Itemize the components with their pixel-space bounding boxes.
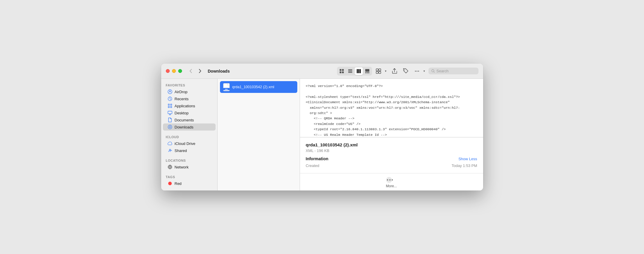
sidebar-item-shared[interactable]: Shared xyxy=(163,147,216,154)
traffic-lights xyxy=(166,69,182,73)
sidebar-item-icloud-drive[interactable]: iCloud Drive xyxy=(163,140,216,147)
svg-point-33 xyxy=(387,179,388,181)
file-item-qrda1[interactable]: XML qrda1_100103542 (2).xml xyxy=(220,81,297,93)
svg-point-18 xyxy=(404,70,405,70)
svg-point-34 xyxy=(389,179,391,181)
search-input[interactable] xyxy=(436,69,476,73)
nav-buttons xyxy=(187,67,204,75)
sidebar-item-downloads[interactable]: Downloads xyxy=(163,123,216,131)
svg-rect-25 xyxy=(168,111,172,114)
svg-rect-14 xyxy=(376,69,378,71)
created-value: Today 1:53 PM xyxy=(452,163,477,168)
red-tag-icon xyxy=(168,181,172,186)
more-icon[interactable] xyxy=(386,177,397,183)
main-content: Favorites AirDrop xyxy=(161,79,483,190)
icloud-drive-icon xyxy=(168,141,172,146)
customize-toolbar-group: ▾ xyxy=(374,66,388,76)
sidebar-item-red-tag[interactable]: Red xyxy=(163,180,216,187)
list-view-button[interactable] xyxy=(346,67,354,75)
sidebar-item-network[interactable]: Network xyxy=(163,163,216,171)
svg-text:XML: XML xyxy=(225,88,228,90)
shared-label: Shared xyxy=(175,148,187,153)
created-label: Created xyxy=(306,163,319,168)
icloud-header: iCloud xyxy=(161,133,217,140)
network-label: Network xyxy=(175,165,189,169)
more-toolbar-group: ▾ xyxy=(412,66,427,76)
svg-point-23 xyxy=(168,90,172,94)
svg-rect-10 xyxy=(365,69,369,72)
recents-icon xyxy=(168,96,172,101)
svg-point-28 xyxy=(168,182,172,185)
sidebar-item-desktop[interactable]: Desktop xyxy=(163,109,216,116)
window-title: Downloads xyxy=(208,69,230,73)
red-tag-label: Red xyxy=(175,181,182,186)
close-button[interactable] xyxy=(166,69,170,73)
downloads-icon xyxy=(168,125,172,129)
more-toolbar-button[interactable] xyxy=(412,66,422,76)
minimize-button[interactable] xyxy=(172,69,176,73)
applications-icon xyxy=(168,103,172,108)
sidebar-item-applications[interactable]: Applications xyxy=(163,102,216,109)
airdrop-label: AirDrop xyxy=(175,90,188,94)
svg-point-20 xyxy=(416,71,417,71)
search-bar[interactable] xyxy=(428,68,478,74)
svg-rect-16 xyxy=(376,71,378,73)
svg-point-19 xyxy=(415,71,416,71)
svg-rect-9 xyxy=(360,69,361,73)
desktop-label: Desktop xyxy=(175,111,189,115)
icon-view-button[interactable] xyxy=(338,67,346,75)
favorites-header: Favorites xyxy=(161,81,217,88)
svg-point-35 xyxy=(392,179,393,181)
information-label: Information xyxy=(306,156,328,161)
search-icon xyxy=(431,69,435,73)
desktop-icon xyxy=(168,111,172,115)
created-row: Created Today 1:53 PM xyxy=(306,163,477,168)
svg-rect-6 xyxy=(348,72,352,73)
sidebar: Favorites AirDrop xyxy=(161,79,218,190)
svg-rect-2 xyxy=(340,71,341,73)
tags-header: Tags xyxy=(161,173,217,180)
toolbar-actions: ▾ xyxy=(337,66,478,76)
downloads-label: Downloads xyxy=(175,125,193,129)
svg-rect-4 xyxy=(348,69,352,70)
more-arrow-button[interactable]: ▾ xyxy=(422,66,427,76)
finder-window: Downloads xyxy=(161,63,483,190)
shared-icon xyxy=(168,148,172,153)
sidebar-item-documents[interactable]: Documents xyxy=(163,116,216,123)
show-less-button[interactable]: Show Less xyxy=(458,157,477,161)
svg-rect-7 xyxy=(357,69,358,73)
view-switcher xyxy=(337,67,372,76)
svg-rect-8 xyxy=(358,69,359,73)
file-info-section-row: Information Show Less xyxy=(306,156,477,161)
more-section: More... xyxy=(300,173,483,190)
svg-rect-15 xyxy=(379,69,381,71)
more-label: More... xyxy=(386,184,397,188)
share-button[interactable] xyxy=(390,66,399,76)
xml-preview[interactable]: <?xml version="1.0" encoding="UTF-8"?> <… xyxy=(300,79,483,137)
svg-rect-0 xyxy=(340,69,341,71)
icloud-drive-label: iCloud Drive xyxy=(175,141,196,146)
tags-button[interactable] xyxy=(401,66,411,76)
maximize-button[interactable] xyxy=(178,69,182,73)
file-info-name: qrda1_100103542 (2).xml xyxy=(306,142,477,147)
airdrop-icon xyxy=(168,89,172,94)
customize-arrow-button[interactable]: ▾ xyxy=(383,66,388,76)
back-button[interactable] xyxy=(187,67,195,75)
network-icon xyxy=(168,165,172,169)
svg-rect-17 xyxy=(379,71,381,73)
customize-toolbar-button[interactable] xyxy=(374,66,383,76)
svg-rect-3 xyxy=(342,71,344,73)
documents-icon xyxy=(168,118,172,122)
file-info-pane: qrda1_100103542 (2).xml XML - 196 KB Inf… xyxy=(300,137,483,173)
gallery-view-button[interactable] xyxy=(363,67,371,75)
file-name: qrda1_100103542 (2).xml xyxy=(232,85,274,89)
svg-rect-13 xyxy=(368,72,369,73)
svg-rect-1 xyxy=(342,69,344,71)
forward-button[interactable] xyxy=(196,67,204,75)
documents-label: Documents xyxy=(175,118,194,122)
preview-pane: <?xml version="1.0" encoding="UTF-8"?> <… xyxy=(300,79,483,190)
column-view-button[interactable] xyxy=(355,67,363,75)
sidebar-item-airdrop[interactable]: AirDrop xyxy=(163,88,216,95)
sidebar-item-recents[interactable]: Recents xyxy=(163,95,216,102)
titlebar: Downloads xyxy=(161,63,483,79)
